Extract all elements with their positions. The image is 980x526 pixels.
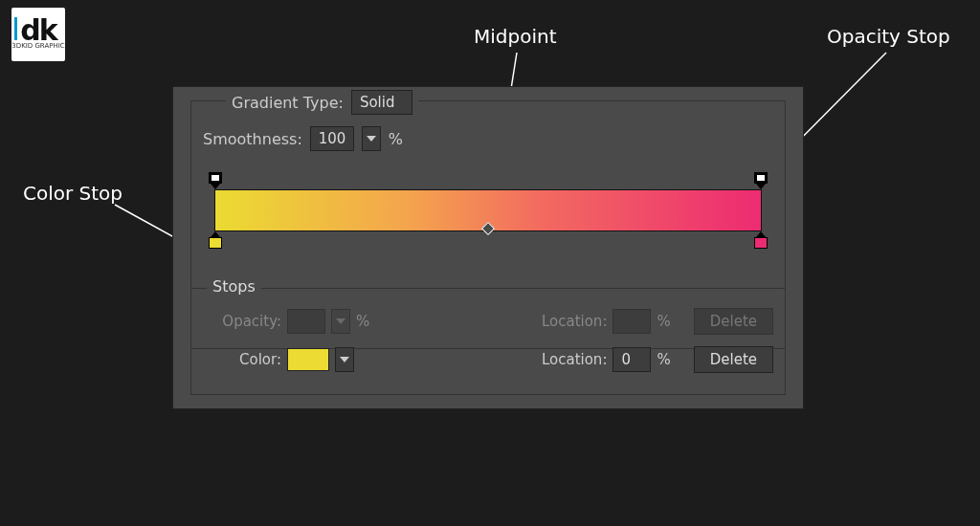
opacity-location-input xyxy=(612,309,651,334)
color-dropdown[interactable] xyxy=(335,347,354,372)
smoothness-dropdown[interactable] xyxy=(362,126,381,151)
opacity-stop-left[interactable] xyxy=(209,172,222,189)
stops-title: Stops xyxy=(207,277,261,296)
smoothness-input[interactable]: 100 xyxy=(310,126,354,151)
percent-sign: % xyxy=(657,351,670,368)
percent-sign: % xyxy=(389,130,403,148)
annotation-opacity-stop: Opacity Stop xyxy=(827,25,950,48)
color-stop-left[interactable] xyxy=(209,231,222,249)
brand-logo: dk 3DKID GRAPHIC xyxy=(11,8,65,61)
opacity-stop-track xyxy=(211,172,766,189)
annotation-midpoint: Midpoint xyxy=(474,25,557,48)
color-stop-track xyxy=(211,231,766,249)
chevron-down-icon xyxy=(336,318,345,324)
color-location-input[interactable]: 0 xyxy=(612,347,651,372)
opacity-input xyxy=(287,309,325,334)
stops-group: Stops Opacity: % Location: % Delete Colo… xyxy=(190,288,786,395)
opacity-stop-right[interactable] xyxy=(754,172,768,189)
color-stop-right[interactable] xyxy=(754,231,768,249)
smoothness-label: Smoothness: xyxy=(203,130,302,148)
delete-opacity-stop-button: Delete xyxy=(694,308,773,335)
color-location-label: Location: xyxy=(542,351,608,368)
opacity-dropdown xyxy=(331,309,350,334)
annotation-color-stop: Color Stop xyxy=(23,182,122,205)
gradient-type-select[interactable]: Solid xyxy=(351,90,412,115)
chevron-down-icon xyxy=(367,136,376,142)
delete-color-stop-button[interactable]: Delete xyxy=(694,346,773,373)
percent-sign: % xyxy=(356,313,369,330)
color-swatch[interactable] xyxy=(287,348,329,371)
percent-sign: % xyxy=(657,313,670,330)
opacity-location-label: Location: xyxy=(542,313,608,330)
gradient-bar-area xyxy=(211,172,766,258)
opacity-label: Opacity: xyxy=(220,313,281,330)
chevron-down-icon xyxy=(340,357,349,362)
gradient-editor-panel: Gradient Type: Solid Smoothness: 100 % xyxy=(172,86,804,409)
gradient-type-label: Gradient Type: xyxy=(232,94,344,112)
color-label: Color: xyxy=(220,351,281,368)
